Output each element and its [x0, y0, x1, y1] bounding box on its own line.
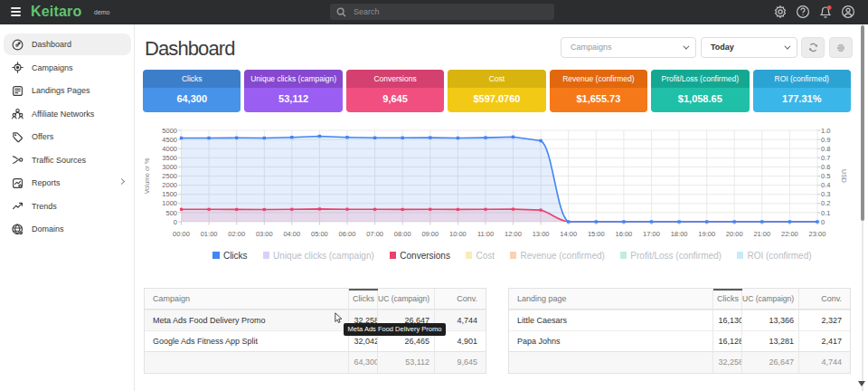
svg-text:09:00: 09:00	[421, 230, 439, 238]
svg-text:10:00: 10:00	[449, 230, 467, 238]
svg-text:05:00: 05:00	[311, 230, 328, 238]
svg-text:1500: 1500	[162, 190, 177, 198]
svg-text:18:00: 18:00	[671, 230, 688, 238]
svg-text:23:00: 23:00	[809, 230, 826, 238]
svg-text:0.1: 0.1	[821, 209, 830, 217]
svg-text:500: 500	[165, 209, 177, 217]
svg-text:4500: 4500	[162, 136, 177, 144]
svg-text:13:00: 13:00	[533, 230, 550, 238]
svg-text:0.7: 0.7	[821, 154, 830, 162]
svg-text:07:00: 07:00	[366, 230, 383, 238]
svg-text:20:00: 20:00	[726, 230, 743, 238]
svg-text:0.5: 0.5	[821, 172, 830, 180]
svg-text:11:00: 11:00	[477, 230, 494, 238]
svg-text:06:00: 06:00	[339, 230, 356, 238]
svg-text:03:00: 03:00	[256, 230, 273, 238]
svg-text:0.8: 0.8	[821, 145, 830, 153]
svg-text:1000: 1000	[162, 199, 177, 207]
svg-text:02:00: 02:00	[228, 230, 245, 238]
svg-text:2000: 2000	[162, 181, 177, 189]
svg-text:12:00: 12:00	[505, 230, 522, 238]
svg-text:08:00: 08:00	[394, 230, 411, 238]
svg-text:16:00: 16:00	[616, 230, 633, 238]
svg-text:14:00: 14:00	[560, 230, 577, 238]
svg-text:04:00: 04:00	[283, 230, 300, 238]
svg-text:Volume or %: Volume or %	[144, 158, 150, 195]
svg-text:01:00: 01:00	[201, 230, 218, 238]
svg-text:0.6: 0.6	[821, 163, 830, 171]
svg-text:2500: 2500	[162, 172, 177, 180]
svg-text:0.2: 0.2	[821, 199, 830, 207]
svg-text:USD: USD	[841, 169, 847, 183]
svg-text:0: 0	[821, 218, 825, 226]
svg-text:15:00: 15:00	[588, 230, 605, 238]
svg-text:0.3: 0.3	[821, 190, 830, 198]
svg-text:0: 0	[174, 218, 177, 226]
svg-text:0.4: 0.4	[821, 181, 830, 189]
svg-text:3000: 3000	[162, 163, 177, 171]
svg-text:1.0: 1.0	[821, 127, 830, 135]
svg-text:5000: 5000	[162, 127, 177, 135]
svg-text:4000: 4000	[162, 145, 177, 153]
svg-text:17:00: 17:00	[643, 230, 660, 238]
svg-text:19:00: 19:00	[698, 230, 715, 238]
svg-text:3500: 3500	[162, 154, 177, 162]
svg-text:00:00: 00:00	[173, 230, 190, 238]
svg-text:22:00: 22:00	[781, 230, 798, 238]
svg-text:0.9: 0.9	[821, 136, 830, 144]
svg-text:21:00: 21:00	[753, 230, 770, 238]
